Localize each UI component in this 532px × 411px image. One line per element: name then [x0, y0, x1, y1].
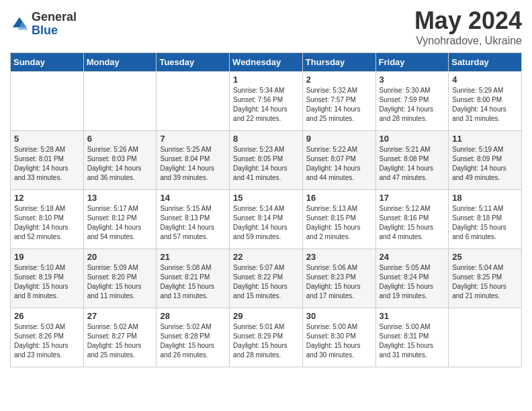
- day-cell-18: 18Sunrise: 5:11 AM Sunset: 8:18 PM Dayli…: [449, 190, 522, 249]
- day-cell-4: 4Sunrise: 5:29 AM Sunset: 8:00 PM Daylig…: [449, 72, 522, 131]
- day-number: 13: [87, 193, 153, 203]
- calendar-body: 1Sunrise: 5:34 AM Sunset: 7:56 PM Daylig…: [11, 72, 522, 367]
- day-info: Sunrise: 5:02 AM Sunset: 8:28 PM Dayligh…: [160, 322, 226, 360]
- day-info: Sunrise: 5:30 AM Sunset: 7:59 PM Dayligh…: [380, 86, 445, 124]
- day-cell-3: 3Sunrise: 5:30 AM Sunset: 7:59 PM Daylig…: [375, 72, 449, 131]
- day-info: Sunrise: 5:00 AM Sunset: 8:30 PM Dayligh…: [306, 322, 372, 360]
- page-header: General Blue May 2024 Vynohradove, Ukrai…: [10, 7, 522, 47]
- day-number: 29: [233, 311, 299, 321]
- day-cell-5: 5Sunrise: 5:28 AM Sunset: 8:01 PM Daylig…: [11, 131, 84, 190]
- day-info: Sunrise: 5:00 AM Sunset: 8:31 PM Dayligh…: [380, 322, 445, 360]
- day-number: 10: [380, 134, 445, 144]
- day-info: Sunrise: 5:07 AM Sunset: 8:22 PM Dayligh…: [233, 263, 299, 301]
- day-cell-28: 28Sunrise: 5:02 AM Sunset: 8:28 PM Dayli…: [157, 308, 230, 367]
- day-number: 11: [452, 134, 518, 144]
- day-cell-26: 26Sunrise: 5:03 AM Sunset: 8:26 PM Dayli…: [11, 308, 84, 367]
- day-cell-7: 7Sunrise: 5:25 AM Sunset: 8:04 PM Daylig…: [157, 131, 230, 190]
- header-cell-tuesday: Tuesday: [157, 53, 230, 72]
- day-number: 28: [160, 311, 226, 321]
- day-cell-17: 17Sunrise: 5:12 AM Sunset: 8:16 PM Dayli…: [375, 190, 449, 249]
- logo-text: General Blue: [32, 11, 77, 38]
- header-cell-monday: Monday: [83, 53, 157, 72]
- day-cell-1: 1Sunrise: 5:34 AM Sunset: 7:56 PM Daylig…: [230, 72, 303, 131]
- day-info: Sunrise: 5:15 AM Sunset: 8:13 PM Dayligh…: [160, 204, 226, 242]
- empty-cell: [83, 72, 157, 131]
- day-cell-20: 20Sunrise: 5:09 AM Sunset: 8:20 PM Dayli…: [83, 249, 157, 308]
- day-cell-11: 11Sunrise: 5:19 AM Sunset: 8:09 PM Dayli…: [449, 131, 522, 190]
- day-info: Sunrise: 5:08 AM Sunset: 8:21 PM Dayligh…: [160, 263, 226, 301]
- day-info: Sunrise: 5:05 AM Sunset: 8:24 PM Dayligh…: [380, 263, 445, 301]
- month-year-title: May 2024: [414, 7, 522, 35]
- day-cell-22: 22Sunrise: 5:07 AM Sunset: 8:22 PM Dayli…: [230, 249, 303, 308]
- header-row: SundayMondayTuesdayWednesdayThursdayFrid…: [11, 53, 522, 72]
- day-info: Sunrise: 5:02 AM Sunset: 8:27 PM Dayligh…: [87, 322, 153, 360]
- day-number: 9: [306, 134, 372, 144]
- day-number: 14: [160, 193, 226, 203]
- day-info: Sunrise: 5:28 AM Sunset: 8:01 PM Dayligh…: [14, 145, 80, 183]
- day-number: 22: [233, 252, 299, 262]
- day-info: Sunrise: 5:14 AM Sunset: 8:14 PM Dayligh…: [233, 204, 299, 242]
- header-cell-thursday: Thursday: [302, 53, 375, 72]
- header-cell-sunday: Sunday: [11, 53, 84, 72]
- day-cell-31: 31Sunrise: 5:00 AM Sunset: 8:31 PM Dayli…: [375, 308, 449, 367]
- day-info: Sunrise: 5:06 AM Sunset: 8:23 PM Dayligh…: [306, 263, 372, 301]
- day-info: Sunrise: 5:25 AM Sunset: 8:04 PM Dayligh…: [160, 145, 226, 183]
- day-info: Sunrise: 5:10 AM Sunset: 8:19 PM Dayligh…: [14, 263, 80, 301]
- day-cell-16: 16Sunrise: 5:13 AM Sunset: 8:15 PM Dayli…: [302, 190, 375, 249]
- week-row-3: 12Sunrise: 5:18 AM Sunset: 8:10 PM Dayli…: [11, 190, 522, 249]
- day-number: 3: [380, 75, 445, 85]
- empty-cell: [11, 72, 84, 131]
- week-row-1: 1Sunrise: 5:34 AM Sunset: 7:56 PM Daylig…: [11, 72, 522, 131]
- day-number: 24: [380, 252, 445, 262]
- day-cell-14: 14Sunrise: 5:15 AM Sunset: 8:13 PM Dayli…: [157, 190, 230, 249]
- day-info: Sunrise: 5:17 AM Sunset: 8:12 PM Dayligh…: [87, 204, 153, 242]
- logo-general: General: [32, 11, 77, 24]
- day-cell-25: 25Sunrise: 5:04 AM Sunset: 8:25 PM Dayli…: [449, 249, 522, 308]
- day-info: Sunrise: 5:03 AM Sunset: 8:26 PM Dayligh…: [14, 322, 80, 360]
- header-cell-saturday: Saturday: [449, 53, 522, 72]
- day-info: Sunrise: 5:23 AM Sunset: 8:05 PM Dayligh…: [233, 145, 299, 183]
- title-block: May 2024 Vynohradove, Ukraine: [414, 7, 522, 47]
- day-number: 2: [306, 75, 372, 85]
- day-number: 17: [380, 193, 445, 203]
- day-number: 20: [87, 252, 153, 262]
- day-number: 4: [452, 75, 518, 85]
- day-number: 19: [14, 252, 80, 262]
- day-number: 21: [160, 252, 226, 262]
- day-cell-24: 24Sunrise: 5:05 AM Sunset: 8:24 PM Dayli…: [375, 249, 449, 308]
- day-info: Sunrise: 5:26 AM Sunset: 8:03 PM Dayligh…: [87, 145, 153, 183]
- day-cell-15: 15Sunrise: 5:14 AM Sunset: 8:14 PM Dayli…: [230, 190, 303, 249]
- day-cell-6: 6Sunrise: 5:26 AM Sunset: 8:03 PM Daylig…: [83, 131, 157, 190]
- day-cell-12: 12Sunrise: 5:18 AM Sunset: 8:10 PM Dayli…: [11, 190, 84, 249]
- day-number: 6: [87, 134, 153, 144]
- day-cell-21: 21Sunrise: 5:08 AM Sunset: 8:21 PM Dayli…: [157, 249, 230, 308]
- day-number: 1: [233, 75, 299, 85]
- day-cell-9: 9Sunrise: 5:22 AM Sunset: 8:07 PM Daylig…: [302, 131, 375, 190]
- day-info: Sunrise: 5:09 AM Sunset: 8:20 PM Dayligh…: [87, 263, 153, 301]
- day-info: Sunrise: 5:18 AM Sunset: 8:10 PM Dayligh…: [14, 204, 80, 242]
- empty-cell: [449, 308, 522, 367]
- day-number: 18: [452, 193, 518, 203]
- day-cell-30: 30Sunrise: 5:00 AM Sunset: 8:30 PM Dayli…: [302, 308, 375, 367]
- logo-icon: [10, 15, 29, 34]
- day-number: 7: [160, 134, 226, 144]
- day-info: Sunrise: 5:21 AM Sunset: 8:08 PM Dayligh…: [380, 145, 445, 183]
- day-info: Sunrise: 5:32 AM Sunset: 7:57 PM Dayligh…: [306, 86, 372, 124]
- logo-blue: Blue: [32, 24, 77, 38]
- logo: General Blue: [10, 11, 77, 38]
- day-cell-8: 8Sunrise: 5:23 AM Sunset: 8:05 PM Daylig…: [230, 131, 303, 190]
- week-row-5: 26Sunrise: 5:03 AM Sunset: 8:26 PM Dayli…: [11, 308, 522, 367]
- header-cell-friday: Friday: [375, 53, 449, 72]
- day-cell-13: 13Sunrise: 5:17 AM Sunset: 8:12 PM Dayli…: [83, 190, 157, 249]
- week-row-4: 19Sunrise: 5:10 AM Sunset: 8:19 PM Dayli…: [11, 249, 522, 308]
- day-info: Sunrise: 5:13 AM Sunset: 8:15 PM Dayligh…: [306, 204, 372, 242]
- calendar-table: SundayMondayTuesdayWednesdayThursdayFrid…: [10, 52, 522, 367]
- day-number: 12: [14, 193, 80, 203]
- day-cell-10: 10Sunrise: 5:21 AM Sunset: 8:08 PM Dayli…: [375, 131, 449, 190]
- day-number: 8: [233, 134, 299, 144]
- day-cell-23: 23Sunrise: 5:06 AM Sunset: 8:23 PM Dayli…: [302, 249, 375, 308]
- day-cell-29: 29Sunrise: 5:01 AM Sunset: 8:29 PM Dayli…: [230, 308, 303, 367]
- day-info: Sunrise: 5:01 AM Sunset: 8:29 PM Dayligh…: [233, 322, 299, 360]
- day-number: 23: [306, 252, 372, 262]
- day-number: 31: [380, 311, 445, 321]
